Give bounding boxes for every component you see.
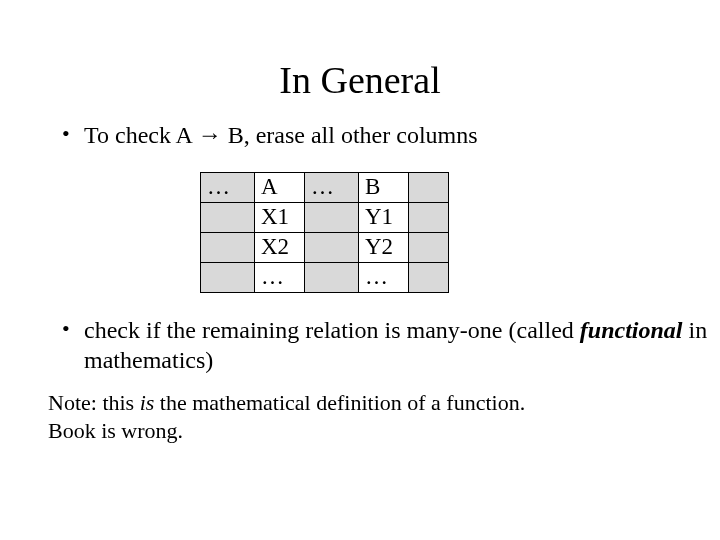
cell-r2c4: Y1 — [359, 203, 409, 233]
cell-r1c1: … — [201, 173, 255, 203]
note-block: Note: this is the mathematical definitio… — [48, 389, 648, 444]
cell-r1c5 — [409, 173, 449, 203]
table-row: X1 Y1 — [201, 203, 449, 233]
cell-r4c2: … — [255, 263, 305, 293]
bullet-2: check if the remaining relation is many-… — [62, 315, 720, 375]
cell-r1c3: … — [305, 173, 359, 203]
arrow-icon: → — [198, 121, 222, 148]
cell-r2c1 — [201, 203, 255, 233]
cell-r3c4: Y2 — [359, 233, 409, 263]
cell-r4c5 — [409, 263, 449, 293]
slide-title: In General — [0, 0, 720, 120]
relation-table: … A … B X1 Y1 X2 Y2 … — [200, 172, 449, 293]
cell-r3c2: X2 — [255, 233, 305, 263]
bullet-1-prefix: To check A — [84, 122, 198, 148]
cell-r4c3 — [305, 263, 359, 293]
table-row: X2 Y2 — [201, 233, 449, 263]
table-row: … A … B — [201, 173, 449, 203]
table-row: … … — [201, 263, 449, 293]
cell-r2c2: X1 — [255, 203, 305, 233]
cell-r2c3 — [305, 203, 359, 233]
cell-r2c5 — [409, 203, 449, 233]
cell-r4c4: … — [359, 263, 409, 293]
cell-r3c5 — [409, 233, 449, 263]
bullet-list-1: To check A → B, erase all other columns — [62, 120, 720, 150]
bullet-1-suffix: B, erase all other columns — [222, 122, 478, 148]
slide: In General To check A → B, erase all oth… — [0, 0, 720, 540]
note-line1b: the mathematical definition of a functio… — [160, 390, 525, 415]
cell-r3c3 — [305, 233, 359, 263]
table-container: … A … B X1 Y1 X2 Y2 … — [200, 172, 720, 293]
cell-r1c2: A — [255, 173, 305, 203]
cell-r4c1 — [201, 263, 255, 293]
note-is: is — [140, 390, 160, 415]
cell-r3c1 — [201, 233, 255, 263]
cell-r1c4: B — [359, 173, 409, 203]
bullet-2-emph: functional — [580, 317, 683, 343]
note-line1a: Note: this — [48, 390, 140, 415]
note-line2: Book is wrong. — [48, 418, 183, 443]
bullet-2-part1: check if the remaining relation is many-… — [84, 317, 580, 343]
bullet-1: To check A → B, erase all other columns — [62, 120, 720, 150]
bullet-list-2: check if the remaining relation is many-… — [62, 315, 720, 375]
